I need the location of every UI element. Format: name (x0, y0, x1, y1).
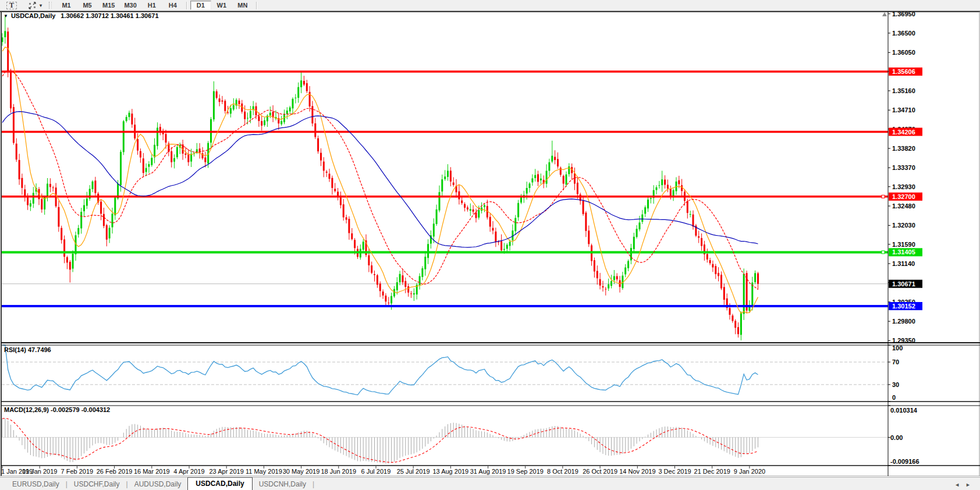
svg-text:1.32930: 1.32930 (892, 183, 915, 190)
crosshair-arrows-button[interactable] (27, 1, 38, 9)
svg-text:0.00: 0.00 (890, 434, 903, 441)
svg-text:25 Jul 2019: 25 Jul 2019 (397, 468, 430, 475)
svg-text:1.29350: 1.29350 (892, 337, 915, 344)
svg-text:1.31405: 1.31405 (892, 248, 915, 255)
rsi-name: RSI(14) (4, 346, 26, 353)
svg-text:1.32030: 1.32030 (892, 222, 915, 229)
timeframe-h1-button[interactable]: H1 (141, 1, 162, 10)
svg-text:1.36500: 1.36500 (892, 30, 915, 37)
text-tool-button[interactable]: T (2, 1, 21, 9)
rsi-value: 47.7496 (28, 346, 51, 353)
rsi-pane (2, 345, 888, 395)
timeframe-h4-button[interactable]: H4 (162, 1, 183, 10)
svg-text:18 Jun 2019: 18 Jun 2019 (321, 468, 356, 475)
svg-text:6 Jul 2019: 6 Jul 2019 (361, 468, 391, 475)
svg-text:1.32480: 1.32480 (892, 203, 915, 210)
tab-usdcnh-daily[interactable]: USDCNH,Daily (253, 478, 313, 490)
svg-text:23 Apr 2019: 23 Apr 2019 (210, 468, 244, 475)
svg-text:1.34206: 1.34206 (892, 129, 915, 136)
mt4-window: T ▾ M1 M5 M15 M30 H1 H4 D1 W1 MN ▼USDCAD… (0, 0, 980, 490)
svg-text:7 Feb 2019: 7 Feb 2019 (61, 468, 94, 475)
text-tool-label: T (6, 2, 17, 9)
axis-scroll-up-icon[interactable] (882, 12, 887, 16)
svg-text:9 Jan 2020: 9 Jan 2020 (734, 468, 765, 475)
chart-ohlc-values: 1.30662 1.30712 1.30461 1.30671 (61, 12, 158, 19)
svg-text:19 Sep 2019: 19 Sep 2019 (507, 468, 544, 475)
svg-text:1.33370: 1.33370 (892, 164, 915, 171)
tab-usdchf-daily[interactable]: USDCHF,Daily (68, 478, 126, 490)
chart-title: ▼USDCAD,Daily1.30662 1.30712 1.30461 1.3… (3, 12, 159, 19)
svg-text:8 Oct 2019: 8 Oct 2019 (547, 468, 578, 475)
timeframe-d1-button[interactable]: D1 (190, 1, 211, 10)
svg-text:30: 30 (892, 381, 899, 388)
tab-audusd-daily[interactable]: AUDUSD,Daily (128, 478, 188, 490)
svg-text:70: 70 (892, 358, 899, 365)
svg-text:1.30152: 1.30152 (892, 303, 915, 310)
crosshair-arrows-icon (28, 2, 37, 9)
toolbar-separator (256, 2, 257, 9)
timeframe-w1-button[interactable]: W1 (211, 1, 232, 10)
svg-text:1.32700: 1.32700 (892, 193, 915, 200)
svg-text:100: 100 (892, 345, 903, 351)
toolbar-dropdown-button[interactable]: ▾ (38, 1, 44, 9)
svg-text:1.34710: 1.34710 (892, 106, 915, 113)
svg-text:26 Feb 2019: 26 Feb 2019 (97, 468, 133, 475)
tab-scroll-left-icon[interactable]: ◄ (954, 482, 965, 488)
svg-text:1.35160: 1.35160 (892, 87, 915, 94)
svg-text:11 May 2019: 11 May 2019 (246, 468, 282, 475)
svg-text:1.33820: 1.33820 (892, 145, 915, 152)
svg-text:21 Dec 2019: 21 Dec 2019 (694, 468, 730, 475)
timeframe-mn-button[interactable]: MN (232, 1, 253, 10)
svg-text:13 Aug 2019: 13 Aug 2019 (432, 468, 468, 475)
tab-eurusd-daily[interactable]: EURUSD,Daily (6, 478, 66, 490)
toolbar-grip[interactable] (49, 2, 52, 9)
rsi-indicator-label: RSI(14) 47.7496 (4, 346, 51, 353)
macd-name: MACD(12,26,9) (4, 406, 49, 413)
chart-dropdown-icon[interactable]: ▼ (3, 13, 8, 19)
svg-text:4 Apr 2019: 4 Apr 2019 (173, 468, 204, 475)
timeframe-toolbar: T ▾ M1 M5 M15 M30 H1 H4 D1 W1 MN (0, 0, 980, 11)
svg-text:0: 0 (892, 394, 896, 401)
date-axis[interactable]: 1 Jan 201919 Jan 20197 Feb 201926 Feb 20… (1, 466, 765, 475)
timeframe-m15-button[interactable]: M15 (98, 1, 119, 10)
svg-text:14 Nov 2019: 14 Nov 2019 (619, 468, 655, 475)
macd-indicator-label: MACD(12,26,9) -0.002579 -0.004312 (4, 406, 110, 413)
svg-text:1.30671: 1.30671 (892, 280, 915, 287)
svg-text:31 Aug 2019: 31 Aug 2019 (470, 468, 506, 475)
timeframe-m5-button[interactable]: M5 (77, 1, 98, 10)
chevron-down-icon: ▾ (40, 3, 42, 8)
chart-canvas[interactable]: .axlbl{font:700 11px "Liberation Sans",s… (0, 10, 980, 477)
svg-text:1.31590: 1.31590 (892, 241, 915, 248)
tab-separator: | (313, 480, 314, 490)
svg-text:1.31140: 1.31140 (892, 260, 915, 267)
svg-text:1.36950: 1.36950 (892, 10, 915, 17)
svg-text:19 Jan 2019: 19 Jan 2019 (22, 468, 58, 475)
svg-text:0.010314: 0.010314 (890, 407, 918, 414)
tab-scroll-right-icon[interactable]: ► (965, 482, 977, 488)
timeframe-m30-button[interactable]: M30 (119, 1, 141, 10)
symbol-tab-bar: EURUSD,Daily | USDCHF,Daily | AUDUSD,Dai… (0, 477, 980, 490)
tab-scroll-arrows: ◄► (954, 482, 977, 488)
moving-average-lines (2, 47, 758, 314)
svg-text:16 Mar 2019: 16 Mar 2019 (134, 468, 170, 475)
toolbar-separator (186, 2, 187, 9)
candles-layer (2, 16, 759, 340)
chart-symbol-label: USDCAD,Daily (11, 12, 55, 19)
svg-text:3 Dec 2019: 3 Dec 2019 (658, 468, 691, 475)
timeframe-m1-button[interactable]: M1 (56, 1, 77, 10)
svg-text:-0.009166: -0.009166 (890, 458, 919, 465)
svg-text:1.35606: 1.35606 (892, 68, 915, 75)
macd-values: -0.002579 -0.004312 (51, 406, 110, 413)
svg-text:26 Oct 2019: 26 Oct 2019 (583, 468, 617, 475)
macd-pane (2, 418, 888, 464)
svg-text:30 May 2019: 30 May 2019 (283, 468, 320, 475)
svg-text:1.29800: 1.29800 (892, 318, 915, 325)
price-axis[interactable]: 1.369501.365001.360501.356101.351601.347… (888, 10, 915, 344)
svg-text:1.36050: 1.36050 (892, 49, 915, 56)
tab-usdcad-daily[interactable]: USDCAD,Daily (187, 477, 252, 490)
